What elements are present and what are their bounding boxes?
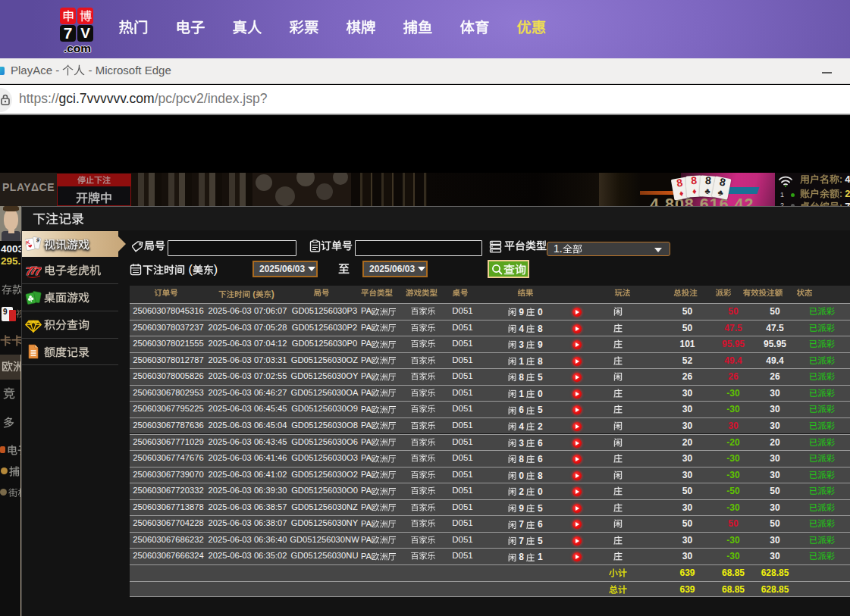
svg-text:7: 7 <box>35 264 42 277</box>
